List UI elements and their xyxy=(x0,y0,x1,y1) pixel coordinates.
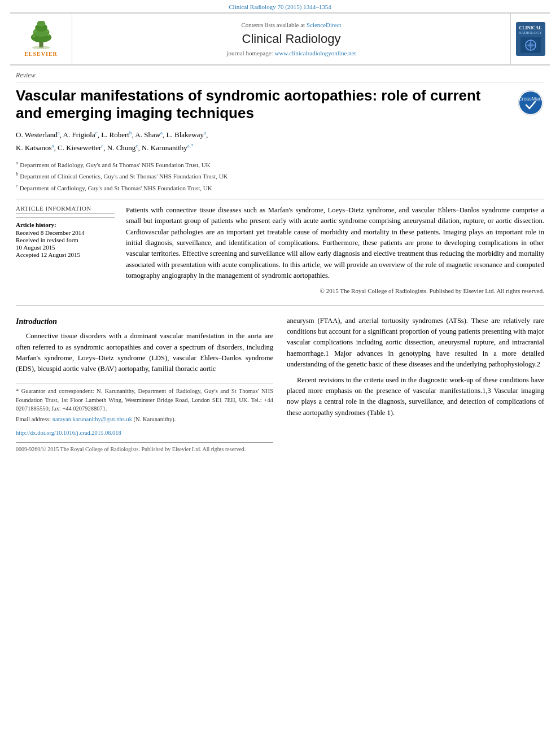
journal-center: Contents lists available at ScienceDirec… xyxy=(72,14,510,64)
body-left-col: Introduction Connective tissue disorders… xyxy=(16,316,273,454)
svg-point-15 xyxy=(519,91,542,114)
sciencedirect-link[interactable]: ScienceDirect xyxy=(307,21,342,28)
affiliation-a: a Department of Radiology, Guy's and St … xyxy=(16,159,544,170)
intro-paragraph-1: Connective tissue disorders with a domin… xyxy=(16,331,273,375)
divider-1 xyxy=(16,199,544,199)
footnote-email-line: Email address: narayan.karunanithy@gstt.… xyxy=(16,415,273,424)
elsevier-label: ELSEVIER xyxy=(24,51,58,57)
authors-line: O. Westerlanda, A. Frigiolac, L. Robertb… xyxy=(16,129,544,154)
divider-2 xyxy=(16,305,544,305)
elsevier-logo: ELSEVIER xyxy=(10,14,72,64)
introduction-heading: Introduction xyxy=(16,316,273,328)
body-right-col: aneurysm (FTAA), and arterial tortuosity… xyxy=(287,316,544,454)
history-label: Article history: xyxy=(16,221,115,228)
homepage-line: journal homepage: www.clinicalradiologyo… xyxy=(226,50,356,56)
journal-logo-icon xyxy=(522,39,539,51)
journal-title: Clinical Radiology xyxy=(242,32,341,46)
svg-point-8 xyxy=(34,30,36,32)
svg-point-1 xyxy=(32,46,50,49)
bottom-copyright: 0009-9260/© 2015 The Royal College of Ra… xyxy=(16,442,273,454)
received-date: Received 8 December 2014 xyxy=(16,229,115,236)
article-info-header: ARTICLE INFORMATION xyxy=(16,205,115,214)
journal-logo-right: CLINICAL RADIOLOGY xyxy=(510,14,550,64)
article-info-col: ARTICLE INFORMATION Article history: Rec… xyxy=(16,205,115,296)
svg-point-6 xyxy=(33,35,35,37)
journal-reference: Clinical Radiology 70 (2015) 1344–1354 xyxy=(0,0,560,12)
journal-header: ELSEVIER Contents lists available at Sci… xyxy=(10,12,550,65)
doi-link[interactable]: http://dx.doi.org/10.1016/j.crad.2015.08… xyxy=(16,429,273,438)
affiliation-c: c Department of Cardiology, Guy's and St… xyxy=(16,182,544,193)
svg-point-9 xyxy=(46,30,48,32)
affiliations: a Department of Radiology, Guy's and St … xyxy=(16,159,544,193)
elsevier-tree-icon xyxy=(22,21,60,49)
crossmark-icon[interactable]: CrossMark xyxy=(517,89,544,116)
section-label: Review xyxy=(16,71,544,82)
copyright-line: © 2015 The Royal College of Radiologists… xyxy=(126,286,544,296)
right-para-1: aneurysm (FTAA), and arterial tortuosity… xyxy=(287,316,544,370)
main-content: Review Vascular manifestations of syndro… xyxy=(0,65,560,454)
homepage-link[interactable]: www.clinicalradiologyonline.net xyxy=(274,50,356,56)
footnote-star-text: * Guarantor and correspondent: N. Karuna… xyxy=(16,387,273,413)
abstract-col: Patients with connective tissue diseases… xyxy=(126,205,544,296)
revised-label: Received in revised form xyxy=(16,237,115,243)
accepted-date: Accepted 12 August 2015 xyxy=(16,251,115,258)
article-title: Vascular manifestations of syndromic aor… xyxy=(16,87,517,122)
journal-logo-box: CLINICAL RADIOLOGY xyxy=(516,22,545,56)
svg-point-7 xyxy=(47,34,49,37)
affiliation-b: b Department of Clinical Genetics, Guy's… xyxy=(16,170,544,181)
sciencedirect-line: Contents lists available at ScienceDirec… xyxy=(241,21,341,28)
revised-date: 10 August 2015 xyxy=(16,244,115,251)
footnote-area: * Guarantor and correspondent: N. Karuna… xyxy=(16,383,273,424)
info-abstract-section: ARTICLE INFORMATION Article history: Rec… xyxy=(16,205,544,296)
title-row: Vascular manifestations of syndromic aor… xyxy=(16,87,544,122)
footnote-email-link[interactable]: narayan.karunanithy@gstt.nhs.uk xyxy=(53,416,134,422)
body-section: Introduction Connective tissue disorders… xyxy=(16,316,544,454)
svg-text:CrossMark: CrossMark xyxy=(518,96,543,102)
abstract-text: Patients with connective tissue diseases… xyxy=(126,205,544,282)
right-para-2: Recent revisions to the criteria used in… xyxy=(287,375,544,419)
